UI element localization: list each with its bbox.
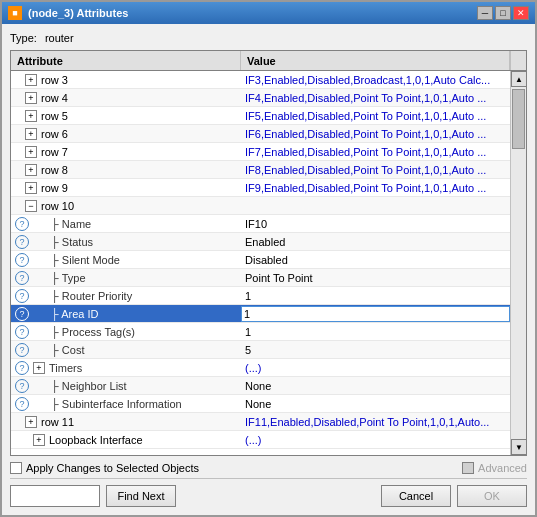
cancel-button[interactable]: Cancel [381, 485, 451, 507]
expand-icon[interactable]: + [25, 416, 37, 428]
help-icon[interactable]: ? [15, 271, 29, 285]
cell-value: (...) [241, 362, 510, 374]
expand-icon[interactable]: + [25, 128, 37, 140]
table-row[interactable]: ? ├ Process Tag(s) 1 [11, 323, 510, 341]
expand-icon[interactable]: + [33, 434, 45, 446]
table-row[interactable]: + row 9 IF9,Enabled,Disabled,Point To Po… [11, 179, 510, 197]
cell-attr: + row 4 [11, 92, 241, 104]
table-row[interactable]: − row 10 [11, 197, 510, 215]
window-title: (node_3) Attributes [28, 7, 128, 19]
scroll-up-button[interactable]: ▲ [511, 71, 526, 87]
table-row[interactable]: ? ├ Status Enabled [11, 233, 510, 251]
table-row[interactable]: + row 7 IF7,Enabled,Disabled,Point To Po… [11, 143, 510, 161]
expand-icon[interactable]: + [25, 146, 37, 158]
cell-value: 1 [241, 290, 510, 302]
expand-icon[interactable]: + [25, 74, 37, 86]
apply-checkbox[interactable] [10, 462, 22, 474]
help-icon[interactable]: ? [15, 235, 29, 249]
ok-button[interactable]: OK [457, 485, 527, 507]
maximize-button[interactable]: □ [495, 6, 511, 20]
scroll-thumb[interactable] [512, 89, 525, 149]
cell-attr: + row 6 [11, 128, 241, 140]
table-row[interactable]: ? ├ Router Priority 1 [11, 287, 510, 305]
cell-value: IF8,Enabled,Disabled,Point To Point,1,0,… [241, 164, 510, 176]
help-icon[interactable]: ? [15, 217, 29, 231]
apply-label: Apply Changes to Selected Objects [26, 462, 199, 474]
expand-icon[interactable]: + [33, 362, 45, 374]
expand-icon[interactable]: − [25, 200, 37, 212]
table-row[interactable]: ? ├ Neighbor List None [11, 377, 510, 395]
table-row[interactable]: + row 3 IF3,Enabled,Disabled,Broadcast,1… [11, 71, 510, 89]
cell-attr: + row 5 [11, 110, 241, 122]
help-icon[interactable]: ? [15, 379, 29, 393]
cell-value: IF7,Enabled,Disabled,Point To Point,1,0,… [241, 146, 510, 158]
table-row-selected[interactable]: ? ├ Area ID [11, 305, 510, 323]
close-button[interactable]: ✕ [513, 6, 529, 20]
find-text-input[interactable] [10, 485, 100, 507]
table-row[interactable]: ? ├ Cost 5 [11, 341, 510, 359]
minimize-button[interactable]: ─ [477, 6, 493, 20]
help-icon[interactable]: ? [15, 361, 29, 375]
rows-container: + row 3 IF3,Enabled,Disabled,Broadcast,1… [11, 71, 510, 455]
advanced-checkbox[interactable] [462, 462, 474, 474]
cell-attr: ? ├ Cost [11, 343, 241, 357]
table-body: + row 3 IF3,Enabled,Disabled,Broadcast,1… [11, 71, 526, 455]
cell-attr: ? ├ Router Priority [11, 289, 241, 303]
cell-value: (...) [241, 434, 510, 446]
table-row[interactable]: ? ├ Silent Mode Disabled [11, 251, 510, 269]
table-row[interactable]: ? + Timers (...) [11, 359, 510, 377]
type-label: Type: [10, 32, 37, 44]
cell-value: Point To Point [241, 272, 510, 284]
help-icon[interactable]: ? [15, 397, 29, 411]
area-id-input[interactable] [241, 306, 510, 322]
table-row[interactable]: + row 6 IF6,Enabled,Disabled,Point To Po… [11, 125, 510, 143]
table-row[interactable]: ? ├ Name IF10 [11, 215, 510, 233]
cell-value: IF6,Enabled,Disabled,Point To Point,1,0,… [241, 128, 510, 140]
cell-value: Enabled [241, 236, 510, 248]
cell-value: IF4,Enabled,Disabled,Point To Point,1,0,… [241, 92, 510, 104]
cell-attr: ? + Timers [11, 361, 241, 375]
help-icon[interactable]: ? [15, 325, 29, 339]
cell-attr: ? ├ Process Tag(s) [11, 325, 241, 339]
cell-value: IF3,Enabled,Disabled,Broadcast,1,0,1,Aut… [241, 74, 510, 86]
expand-icon[interactable]: + [25, 92, 37, 104]
apply-checkbox-area: Apply Changes to Selected Objects [10, 462, 199, 474]
button-row: Find Next Cancel OK [10, 485, 527, 507]
table-row[interactable]: + row 11 IF11,Enabled,Disabled,Point To … [11, 413, 510, 431]
attributes-table: Attribute Value + row 3 IF3,Enabled,Disa… [10, 50, 527, 456]
type-value: router [45, 32, 74, 44]
cell-attr: ? + Loopback Interface [11, 433, 241, 447]
table-row[interactable]: + row 5 IF5,Enabled,Disabled,Point To Po… [11, 107, 510, 125]
help-icon[interactable]: ? [15, 289, 29, 303]
cell-value: Disabled [241, 254, 510, 266]
table-row[interactable]: + row 8 IF8,Enabled,Disabled,Point To Po… [11, 161, 510, 179]
cell-value: None [241, 398, 510, 410]
value-header: Value [241, 51, 510, 70]
expand-icon[interactable]: + [25, 110, 37, 122]
cell-value: 1 [241, 326, 510, 338]
help-icon[interactable]: ? [15, 253, 29, 267]
expand-icon[interactable]: + [25, 182, 37, 194]
expand-icon[interactable]: + [25, 164, 37, 176]
scroll-down-button[interactable]: ▼ [511, 439, 526, 455]
bottom-section: Apply Changes to Selected Objects Advanc… [10, 462, 527, 507]
title-controls[interactable]: ─ □ ✕ [477, 6, 529, 20]
cell-attr: − row 10 [11, 200, 241, 212]
title-bar-left: ■ (node_3) Attributes [8, 6, 128, 20]
table-row[interactable]: ? ├ Type Point To Point [11, 269, 510, 287]
main-content: Type: router Attribute Value + row 3 [2, 24, 535, 515]
type-row: Type: router [10, 32, 527, 44]
help-icon[interactable]: ? [15, 307, 29, 321]
table-row[interactable]: + row 4 IF4,Enabled,Disabled,Point To Po… [11, 89, 510, 107]
area-id-cell[interactable] [241, 305, 510, 322]
table-row[interactable]: ? + Loopback Interface (...) [11, 431, 510, 449]
find-next-button[interactable]: Find Next [106, 485, 176, 507]
scrollbar[interactable]: ▲ ▼ [510, 71, 526, 455]
cell-value: IF5,Enabled,Disabled,Point To Point,1,0,… [241, 110, 510, 122]
table-row[interactable]: ? ├ Subinterface Information None [11, 395, 510, 413]
help-icon[interactable]: ? [15, 343, 29, 357]
cell-attr: + row 7 [11, 146, 241, 158]
cell-attr: ? ├ Name [11, 217, 241, 231]
cell-attr: ? ├ Subinterface Information [11, 397, 241, 411]
cell-value: 5 [241, 344, 510, 356]
